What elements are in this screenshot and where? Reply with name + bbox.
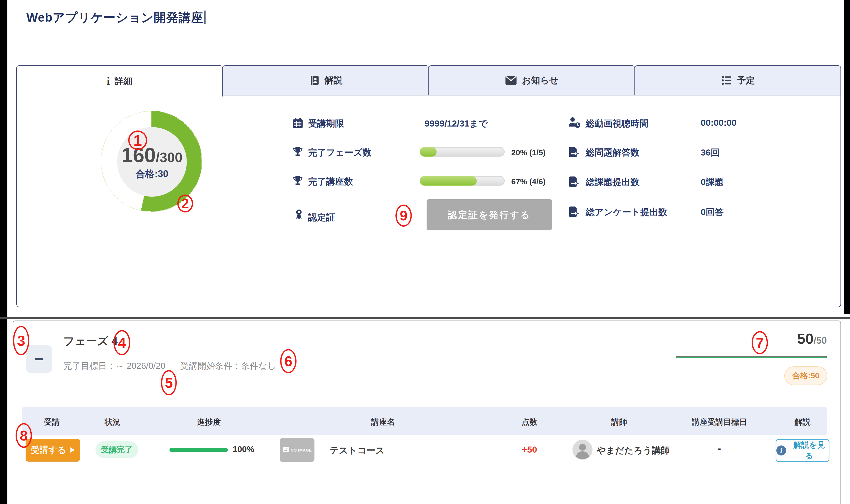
info-icon: i bbox=[107, 75, 110, 87]
course-title[interactable]: Webアプリケーション開発講座 bbox=[27, 10, 206, 26]
annotation-5: 5 bbox=[161, 370, 177, 395]
view-explanation-button[interactable]: i 解説を見る bbox=[776, 439, 829, 462]
pass-score-label: 合格:30 bbox=[136, 168, 168, 181]
completed-courses-bar bbox=[420, 176, 505, 185]
phase-goal-date: 完了目標日：～ 2026/0/20 bbox=[63, 360, 166, 372]
course-thumbnail-placeholder: NO IMAGE bbox=[280, 438, 314, 462]
total-video-time-label: 総動画視聴時間 bbox=[586, 118, 648, 130]
col-target-date: 講座受講目標日 bbox=[692, 417, 747, 428]
col-instructor: 講師 bbox=[611, 417, 627, 428]
user-clock-icon bbox=[568, 115, 581, 129]
text-cursor bbox=[205, 11, 206, 24]
section-divider bbox=[0, 317, 850, 319]
course-name: テストコース bbox=[330, 445, 385, 456]
attend-button-label: 受講する bbox=[31, 444, 66, 456]
total-answers-label: 総問題解答数 bbox=[586, 147, 640, 159]
attend-button[interactable]: 受講する bbox=[25, 439, 80, 461]
tab-news[interactable]: お知らせ bbox=[429, 65, 635, 95]
completed-phases-text: 20% (1/5) bbox=[511, 148, 545, 157]
total-assignments-label: 総課題提出数 bbox=[586, 176, 640, 188]
total-answers-value: 36回 bbox=[701, 147, 720, 159]
view-explanation-label: 解説を見る bbox=[790, 440, 829, 461]
annotation-6: 6 bbox=[280, 349, 296, 373]
screen-edge-left bbox=[0, 0, 7, 504]
calendar-icon bbox=[291, 116, 305, 130]
trophy-icon bbox=[291, 175, 305, 188]
instructor-name: やまだたろう講師 bbox=[597, 445, 670, 456]
col-status: 状況 bbox=[105, 417, 121, 428]
col-explanation: 解説 bbox=[795, 417, 811, 428]
annotation-4: 4 bbox=[114, 330, 130, 355]
tab-explanation[interactable]: 解説 bbox=[222, 65, 429, 95]
annotation-3: 3 bbox=[13, 326, 29, 355]
annotation-2: 2 bbox=[177, 195, 193, 213]
status-badge: 受講完了 bbox=[96, 441, 138, 458]
issue-certificate-button[interactable]: 認定証を発行する bbox=[427, 199, 552, 230]
phase-score-value: 50 bbox=[797, 330, 814, 347]
instructor-avatar bbox=[572, 440, 592, 460]
tab-bar: i 詳細 解説 お知らせ 予定 bbox=[16, 65, 841, 95]
col-score: 点数 bbox=[522, 417, 537, 428]
annotation-9: 9 bbox=[396, 204, 412, 227]
completed-courses-label: 完了講座数 bbox=[308, 176, 353, 188]
file-export-icon bbox=[568, 145, 581, 159]
course-progress-bar bbox=[169, 448, 228, 452]
tab-schedule-label: 予定 bbox=[737, 74, 755, 87]
trophy-icon bbox=[291, 145, 305, 159]
picture-icon bbox=[282, 447, 289, 453]
info-circle-icon: i bbox=[776, 446, 786, 455]
phase-panel: フェーズ 4 完了目標日：～ 2026/0/20 受講開始条件：条件なし 50 … bbox=[13, 321, 841, 504]
phase-start-condition: 受講開始条件：条件なし bbox=[180, 360, 276, 372]
book-icon bbox=[309, 74, 320, 87]
annotation-1: 1 bbox=[128, 130, 147, 150]
course-progress-text: 100% bbox=[233, 445, 254, 454]
total-score-max: /300 bbox=[156, 149, 182, 165]
tab-explanation-label: 解説 bbox=[325, 74, 343, 87]
tab-news-label: お知らせ bbox=[522, 74, 558, 87]
total-video-time-value: 00:00:00 bbox=[701, 118, 736, 128]
phase-title: フェーズ 4 bbox=[63, 334, 118, 348]
mail-icon bbox=[505, 75, 517, 85]
course-target-date: - bbox=[718, 443, 721, 454]
course-dashboard: Webアプリケーション開発講座 i 詳細 解説 お知らせ 予定 bbox=[0, 0, 850, 504]
certificate-label: 認定証 bbox=[308, 211, 335, 223]
col-attend: 受講 bbox=[44, 417, 60, 428]
play-arrow-icon bbox=[70, 447, 75, 453]
tab-details-label: 詳細 bbox=[115, 75, 133, 87]
collapse-phase-button[interactable] bbox=[26, 345, 52, 373]
total-assignments-value: 0課題 bbox=[701, 176, 724, 188]
phase-pass-badge: 合格:50 bbox=[784, 366, 827, 385]
score-donut-center: 160 /300 合格:30 bbox=[117, 127, 187, 197]
screen-edge-right bbox=[844, 0, 850, 314]
file-export-icon bbox=[568, 175, 581, 188]
no-image-label: NO IMAGE bbox=[291, 448, 312, 452]
phase-progress-line bbox=[676, 356, 827, 358]
col-course-name: 講座名 bbox=[371, 417, 395, 428]
minus-icon bbox=[35, 358, 43, 360]
annotation-8: 8 bbox=[16, 423, 32, 448]
course-title-text[interactable]: Webアプリケーション開発講座 bbox=[27, 11, 203, 24]
phase-score-max: /50 bbox=[814, 335, 827, 346]
medal-icon bbox=[292, 208, 306, 221]
col-progress: 進捗度 bbox=[197, 417, 221, 428]
details-panel: 160 /300 合格:30 受講期限 9999/12/31まで 完了フェーズ数… bbox=[16, 95, 841, 307]
phase-score: 50 /50 bbox=[797, 330, 827, 347]
tab-schedule[interactable]: 予定 bbox=[635, 65, 841, 95]
completed-phases-label: 完了フェーズ数 bbox=[308, 147, 371, 159]
deadline-value: 9999/12/31まで bbox=[424, 118, 488, 130]
total-surveys-value: 0回答 bbox=[701, 206, 724, 218]
course-score: +50 bbox=[522, 445, 537, 455]
file-export-icon bbox=[568, 205, 581, 218]
tab-details[interactable]: i 詳細 bbox=[16, 65, 223, 96]
deadline-label: 受講期限 bbox=[308, 118, 344, 130]
list-icon bbox=[721, 75, 732, 86]
completed-phases-bar bbox=[420, 147, 505, 157]
completed-courses-text: 67% (4/6) bbox=[511, 177, 545, 186]
total-surveys-label: 総アンケート提出数 bbox=[586, 206, 667, 218]
annotation-7: 7 bbox=[751, 331, 768, 354]
